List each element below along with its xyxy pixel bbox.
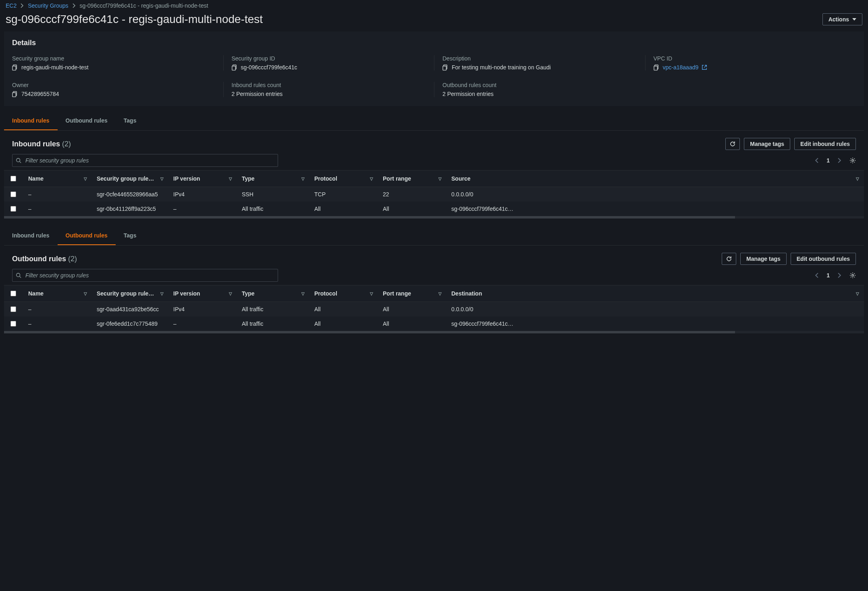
tab-tags[interactable]: Tags bbox=[116, 112, 145, 130]
sort-icon: ▽ bbox=[301, 177, 305, 181]
tabs-lower: Inbound rules Outbound rules Tags bbox=[4, 227, 864, 246]
cell-rule-id: sgr-0cfe4465528966aa5 bbox=[92, 187, 168, 202]
col-destination[interactable]: Destination▽ bbox=[446, 285, 864, 302]
col-name[interactable]: Name▽ bbox=[23, 285, 92, 302]
cell-type: SSH bbox=[237, 187, 309, 202]
inbound-rules-table: Name▽ Security group rule…▽ IP version▽ … bbox=[4, 170, 864, 216]
select-all-checkbox[interactable] bbox=[10, 291, 16, 296]
cell-name: – bbox=[23, 302, 92, 317]
cell-name: – bbox=[23, 187, 92, 202]
row-checkbox[interactable] bbox=[10, 306, 16, 312]
tab-outbound-rules[interactable]: Outbound rules bbox=[58, 112, 116, 130]
horizontal-scrollbar[interactable] bbox=[4, 331, 864, 333]
sort-icon: ▽ bbox=[438, 177, 442, 181]
sort-icon: ▽ bbox=[438, 291, 442, 296]
edit-inbound-rules-button[interactable]: Edit inbound rules bbox=[794, 138, 856, 150]
svg-point-13 bbox=[852, 275, 853, 276]
value-owner: 754289655784 bbox=[21, 91, 59, 97]
col-port-range[interactable]: Port range▽ bbox=[378, 171, 446, 187]
tab-inbound-rules[interactable]: Inbound rules bbox=[4, 112, 58, 130]
horizontal-scrollbar[interactable] bbox=[4, 216, 864, 219]
outbound-filter-input[interactable] bbox=[25, 272, 274, 279]
col-port-range[interactable]: Port range▽ bbox=[378, 285, 446, 302]
chevron-right-icon bbox=[73, 3, 76, 8]
sort-icon: ▽ bbox=[160, 177, 164, 181]
cell-port: All bbox=[378, 316, 446, 331]
edit-outbound-rules-button[interactable]: Edit outbound rules bbox=[791, 253, 856, 265]
cell-name: – bbox=[23, 202, 92, 216]
col-protocol[interactable]: Protocol▽ bbox=[309, 171, 378, 187]
cell-ip-version: IPv4 bbox=[168, 302, 237, 317]
manage-tags-button[interactable]: Manage tags bbox=[740, 253, 787, 265]
row-checkbox[interactable] bbox=[10, 191, 16, 197]
cell-port: 22 bbox=[378, 187, 446, 202]
tabs-upper: Inbound rules Outbound rules Tags bbox=[4, 112, 864, 131]
sort-icon: ▽ bbox=[84, 291, 87, 296]
tab-inbound-rules[interactable]: Inbound rules bbox=[4, 227, 58, 245]
col-protocol[interactable]: Protocol▽ bbox=[309, 285, 378, 302]
table-row[interactable]: – sgr-0cfe4465528966aa5 IPv4 SSH TCP 22 … bbox=[4, 187, 864, 202]
select-all-checkbox[interactable] bbox=[10, 176, 16, 181]
refresh-icon bbox=[729, 141, 736, 147]
settings-button[interactable] bbox=[849, 157, 856, 164]
inbound-filter-input[interactable] bbox=[25, 157, 274, 164]
col-rule-id[interactable]: Security group rule…▽ bbox=[92, 285, 168, 302]
inbound-title: Inbound rules bbox=[12, 140, 60, 148]
cell-protocol: All bbox=[309, 202, 378, 216]
svg-rect-9 bbox=[12, 92, 16, 96]
copy-icon[interactable] bbox=[654, 65, 660, 71]
external-link-icon bbox=[702, 65, 707, 70]
inbound-filter[interactable] bbox=[12, 154, 278, 167]
table-row[interactable]: – sgr-0fe6edd1c7c775489 – All traffic Al… bbox=[4, 316, 864, 331]
breadcrumb-current: sg-096cccf799fe6c41c - regis-gaudi-multi… bbox=[80, 2, 208, 9]
breadcrumb-security-groups[interactable]: Security Groups bbox=[28, 2, 68, 9]
actions-button[interactable]: Actions bbox=[822, 13, 862, 25]
value-vpc-id-link[interactable]: vpc-a18aaad9 bbox=[663, 64, 699, 71]
cell-source: 0.0.0.0/0 bbox=[446, 187, 864, 202]
outbound-filter[interactable] bbox=[12, 269, 278, 282]
refresh-button[interactable] bbox=[722, 253, 736, 265]
copy-icon[interactable] bbox=[442, 65, 449, 71]
col-source[interactable]: Source▽ bbox=[446, 171, 864, 187]
copy-icon[interactable] bbox=[12, 91, 18, 97]
cell-destination: sg-096cccf799fe6c41c… bbox=[446, 316, 864, 331]
col-type[interactable]: Type▽ bbox=[237, 285, 309, 302]
sort-icon: ▽ bbox=[229, 177, 232, 181]
value-outbound-count: 2 Permission entries bbox=[442, 91, 494, 97]
cell-name: – bbox=[23, 316, 92, 331]
sort-icon: ▽ bbox=[856, 177, 859, 181]
col-ip-version[interactable]: IP version▽ bbox=[168, 285, 237, 302]
search-icon bbox=[16, 273, 21, 278]
inbound-rules-section: Inbound rules (2) Manage tags Edit inbou… bbox=[4, 136, 864, 219]
row-checkbox[interactable] bbox=[10, 206, 16, 212]
refresh-button[interactable] bbox=[725, 138, 740, 150]
manage-tags-button[interactable]: Manage tags bbox=[744, 138, 790, 150]
outbound-count: (2) bbox=[68, 255, 77, 263]
pager-page: 1 bbox=[826, 157, 830, 164]
details-panel: Details Security group name regis-gaudi-… bbox=[4, 31, 864, 106]
row-checkbox[interactable] bbox=[10, 321, 16, 327]
pager-prev[interactable] bbox=[813, 156, 820, 165]
actions-label: Actions bbox=[829, 16, 849, 23]
col-name[interactable]: Name▽ bbox=[23, 171, 92, 187]
copy-icon[interactable] bbox=[12, 65, 18, 71]
tab-outbound-rules[interactable]: Outbound rules bbox=[58, 227, 116, 245]
sort-icon: ▽ bbox=[301, 291, 305, 296]
cell-port: All bbox=[378, 202, 446, 216]
tab-tags[interactable]: Tags bbox=[116, 227, 145, 245]
copy-icon[interactable] bbox=[232, 65, 238, 71]
col-type[interactable]: Type▽ bbox=[237, 171, 309, 187]
table-row[interactable]: – sgr-0aad431ca92be56cc IPv4 All traffic… bbox=[4, 302, 864, 317]
breadcrumb-ec2[interactable]: EC2 bbox=[6, 2, 17, 9]
cell-ip-version: – bbox=[168, 202, 237, 216]
value-sg-id: sg-096cccf799fe6c41c bbox=[241, 64, 297, 71]
pager-prev[interactable] bbox=[813, 271, 820, 280]
svg-rect-7 bbox=[654, 66, 657, 70]
settings-button[interactable] bbox=[849, 272, 856, 279]
pager-next[interactable] bbox=[836, 156, 843, 165]
table-row[interactable]: – sgr-0bc41126ff9a223c5 – All traffic Al… bbox=[4, 202, 864, 216]
col-ip-version[interactable]: IP version▽ bbox=[168, 171, 237, 187]
pager-next[interactable] bbox=[836, 271, 843, 280]
col-rule-id[interactable]: Security group rule…▽ bbox=[92, 171, 168, 187]
label-owner: Owner bbox=[12, 82, 223, 88]
